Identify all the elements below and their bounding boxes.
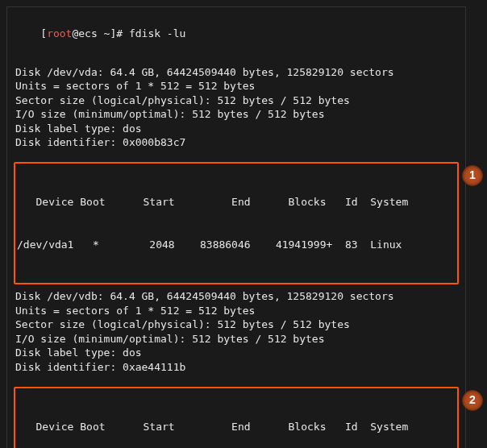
disk-ident: Disk identifier: 0x000b83c7 [15,135,457,150]
disk-ident: Disk identifier: 0xae44111b [15,360,457,375]
disk-header: Disk /dev/vdb: 64.4 GB, 64424509440 byte… [15,289,457,304]
terminal-window[interactable]: [root@ecs ~]# fdisk -lu Disk /dev/vda: 6… [6,6,466,448]
disk-label: Disk label type: dos [15,122,457,136]
disk-header: Disk /dev/vda: 64.4 GB, 64424509440 byte… [15,65,457,80]
callout-badge: 1 [462,165,483,186]
callout-badge: 2 [462,390,483,411]
table-header: Device Boot Start End Blocks Id System [17,420,456,434]
partition-table-box: Device Boot Start End Blocks Id System /… [14,162,459,284]
prompt-host: ecs [78,27,97,39]
prompt-line: [root@ecs ~]# fdisk -lu [15,12,457,55]
disk-sector: Sector size (logical/physical): 512 byte… [15,317,457,332]
command-text: fdisk -lu [129,27,185,39]
disk-io: I/O size (minimum/optimal): 512 bytes / … [15,332,457,346]
disk-io: I/O size (minimum/optimal): 512 bytes / … [15,107,457,122]
table-row: /dev/vda1 * 2048 83886046 41941999+ 83 L… [17,238,456,252]
disk-label: Disk label type: dos [15,346,457,360]
partition-table-box: Device Boot Start End Blocks Id System /… [14,387,459,448]
disk-sector: Sector size (logical/physical): 512 byte… [15,93,457,108]
disk-units: Units = sectors of 1 * 512 = 512 bytes [15,304,457,318]
prompt-user: root [47,27,72,39]
disk-units: Units = sectors of 1 * 512 = 512 bytes [15,79,457,93]
table-header: Device Boot Start End Blocks Id System [17,195,456,209]
